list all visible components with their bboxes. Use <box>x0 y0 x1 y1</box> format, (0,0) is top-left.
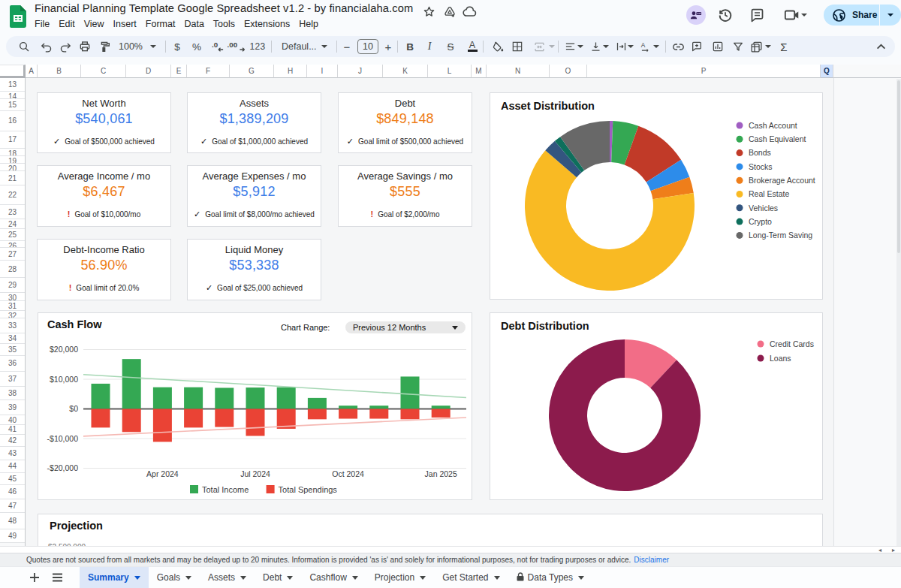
comments-icon[interactable] <box>749 7 765 23</box>
bar-total-spendings[interactable] <box>308 409 327 420</box>
sheet-tab-goals[interactable]: Goals <box>149 567 200 588</box>
row-header-13[interactable]: 13 <box>0 78 25 92</box>
column-header-H[interactable]: H <box>274 65 307 78</box>
column-header-A[interactable]: A <box>26 65 38 78</box>
row-header-18[interactable]: 18 <box>0 149 25 156</box>
column-header-N[interactable]: N <box>487 65 550 78</box>
increase-font-size-button[interactable]: + <box>378 38 398 56</box>
bar-total-spendings[interactable] <box>92 409 110 428</box>
font-select[interactable]: Defaul... <box>282 38 317 56</box>
cash-flow-chart[interactable]: Cash Flow Chart Range: Previous 12 Month… <box>38 312 472 500</box>
row-header-24[interactable]: 24 <box>0 219 25 229</box>
bar-total-spendings[interactable] <box>369 409 388 419</box>
row-header-33[interactable]: 33 <box>0 318 25 333</box>
sheet-tab-cashflow[interactable]: Cashflow <box>301 567 366 588</box>
sheet-tab-caret-icon[interactable] <box>240 576 246 580</box>
insert-comment-icon[interactable] <box>687 38 707 56</box>
row-header-48[interactable]: 48 <box>0 513 25 529</box>
bar-total-spendings[interactable] <box>401 409 420 420</box>
column-header-L[interactable]: L <box>428 65 472 78</box>
bar-total-spendings[interactable] <box>215 409 234 427</box>
borders-icon[interactable] <box>508 38 527 56</box>
row-header-19[interactable]: 19 <box>0 156 25 164</box>
row-header-27[interactable]: 27 <box>0 248 25 261</box>
row-header-21[interactable]: 21 <box>0 171 25 185</box>
bar-total-spendings[interactable] <box>432 409 450 418</box>
add-sheet-icon[interactable] <box>29 567 41 588</box>
bar-total-income[interactable] <box>369 406 388 409</box>
row-header-29[interactable]: 29 <box>0 278 25 293</box>
sheet-tab-projection[interactable]: Projection <box>366 567 434 588</box>
row-header-32[interactable]: 32 <box>0 311 25 318</box>
search-menus-icon[interactable] <box>14 38 34 56</box>
vertical-align-caret-icon[interactable] <box>603 45 609 48</box>
create-filter-icon[interactable] <box>728 38 748 56</box>
bar-total-spendings[interactable] <box>184 409 203 428</box>
format-currency-button[interactable]: $ <box>167 38 187 56</box>
presence-icon[interactable] <box>686 5 706 25</box>
horizontal-align-caret-icon[interactable] <box>577 45 583 48</box>
bar-total-income[interactable] <box>401 376 420 409</box>
column-header-M[interactable]: M <box>472 65 487 78</box>
italic-button[interactable]: I <box>420 38 439 56</box>
row-header-20[interactable]: 20 <box>0 164 25 171</box>
row-header-44[interactable]: 44 <box>0 460 25 473</box>
zoom-select[interactable]: 100% <box>119 38 143 56</box>
row-header-43[interactable]: 43 <box>0 447 25 460</box>
increase-decimal-button[interactable]: .00 <box>227 38 246 56</box>
undo-icon[interactable] <box>36 38 56 56</box>
sheet-tab-caret-icon[interactable] <box>134 576 140 580</box>
meet-dropdown-caret-icon[interactable] <box>801 14 807 17</box>
paint-format-icon[interactable] <box>95 38 115 56</box>
row-header-37[interactable]: 37 <box>0 372 25 387</box>
column-header-G[interactable]: G <box>230 65 274 78</box>
format-percent-button[interactable]: % <box>187 38 206 56</box>
row-header-22[interactable]: 22 <box>0 185 25 205</box>
all-sheets-icon[interactable] <box>51 567 63 588</box>
row-header-28[interactable]: 28 <box>0 261 25 278</box>
row-header-49[interactable]: 49 <box>0 529 25 543</box>
bar-total-income[interactable] <box>184 387 203 409</box>
row-header-26[interactable]: 26 <box>0 241 25 249</box>
asset-distribution-chart[interactable]: Asset Distribution Cash AccountCash Equi… <box>490 92 823 300</box>
sheet-tab-caret-icon[interactable] <box>578 576 584 580</box>
row-header-30[interactable]: 30 <box>0 293 25 302</box>
horizontal-scrollbar[interactable]: ◂ ▸ <box>0 546 901 553</box>
sheet-tab-debt[interactable]: Debt <box>255 567 301 588</box>
row-header-14[interactable]: 14 <box>0 92 25 99</box>
bar-total-income[interactable] <box>92 384 110 409</box>
text-color-button[interactable]: A <box>463 38 482 56</box>
row-header-23[interactable]: 23 <box>0 205 25 219</box>
sheet-tab-caret-icon[interactable] <box>420 576 426 580</box>
sheet-tab-data-types[interactable]: Data Types <box>508 567 592 588</box>
row-header-15[interactable]: 15 <box>0 99 25 111</box>
sheet-tab-get-started[interactable]: Get Started <box>434 567 508 588</box>
sheet-tab-caret-icon[interactable] <box>287 576 293 580</box>
row-header-41[interactable]: 41 <box>0 425 25 435</box>
select-all-corner[interactable] <box>0 65 26 78</box>
column-header-E[interactable]: E <box>171 65 187 78</box>
bar-total-spendings[interactable] <box>339 409 357 419</box>
bar-total-income[interactable] <box>432 406 450 409</box>
bar-total-income[interactable] <box>277 387 296 409</box>
merge-caret-icon[interactable] <box>549 45 555 48</box>
functions-icon[interactable]: Σ <box>774 38 794 56</box>
row-header-40[interactable]: 40 <box>0 415 25 425</box>
bar-total-income[interactable] <box>122 359 141 409</box>
debt-distribution-chart[interactable]: Debt Distribution Credit CardsLoans <box>490 312 823 500</box>
zoom-caret-icon[interactable] <box>150 45 156 48</box>
row-header-17[interactable]: 17 <box>0 131 25 149</box>
text-wrap-caret-icon[interactable] <box>628 45 634 48</box>
sheet-tab-summary[interactable]: Summary <box>80 567 149 588</box>
bar-total-spendings[interactable] <box>153 409 172 442</box>
text-rotation-caret-icon[interactable] <box>653 45 659 48</box>
font-caret-icon[interactable] <box>321 45 327 48</box>
bar-total-income[interactable] <box>153 387 172 409</box>
row-header-25[interactable]: 25 <box>0 229 25 241</box>
sheet-tab-caret-icon[interactable] <box>352 576 358 580</box>
share-dropdown[interactable] <box>879 5 901 26</box>
insert-chart-icon[interactable] <box>708 38 728 56</box>
bar-total-spendings[interactable] <box>122 409 141 433</box>
row-header-35[interactable]: 35 <box>0 344 25 357</box>
version-history-icon[interactable] <box>717 7 734 23</box>
